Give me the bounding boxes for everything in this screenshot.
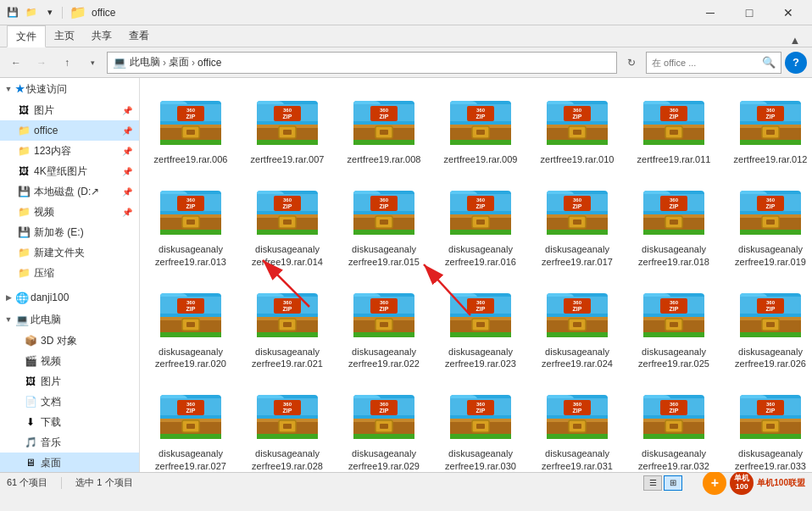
file-item[interactable]: 360ZIPdiskusageanaly zerfree19.rar.029	[336, 375, 431, 472]
file-item[interactable]: 360ZIPdiskusageanaly zerfree19.rar.027	[143, 375, 238, 472]
recent-locations-button[interactable]: ▾	[81, 52, 103, 74]
help-button[interactable]: ?	[785, 52, 807, 74]
file-item[interactable]: 360ZIPdiskusageanaly zerfree19.rar.026	[723, 274, 812, 375]
sidebar-item-pictures[interactable]: 🖼 图片 📌	[0, 100, 139, 120]
file-item[interactable]: 360ZIPdiskusageanaly zerfree19.rar.032	[626, 375, 721, 472]
file-item[interactable]: 360ZIPdiskusageanaly zerfree19.rar.020	[143, 274, 238, 375]
file-thumbnail: 360ZIP	[447, 380, 514, 447]
sidebar-item-compress[interactable]: 📁 压缩	[0, 263, 139, 283]
sidebar-item-downloads[interactable]: ⬇ 下载	[0, 412, 139, 432]
file-item[interactable]: 360ZIPdiskusageanaly zerfree19.rar.025	[626, 274, 721, 375]
file-item[interactable]: 360ZIPdiskusageanaly zerfree19.rar.021	[240, 274, 335, 375]
svg-text:360: 360	[573, 300, 582, 305]
file-item[interactable]: 360ZIPdiskusageanaly zerfree19.rar.015	[336, 171, 431, 272]
svg-text:360: 360	[283, 197, 292, 203]
quick-access-arrow: ▼	[3, 85, 14, 93]
tab-share[interactable]: 共享	[83, 25, 120, 47]
file-item[interactable]: 360ZIPdiskusageanaly zerfree19.rar.013	[143, 171, 238, 272]
file-item[interactable]: 360ZIPdiskusageanaly zerfree19.rar.014	[240, 171, 335, 272]
pin-icon-5: 📌	[122, 187, 132, 197]
back-button[interactable]: ←	[5, 52, 27, 74]
file-item[interactable]: 360ZIPdiskusageanaly zerfree19.rar.018	[626, 171, 721, 272]
ribbon-collapse-button[interactable]: ▲	[788, 33, 802, 47]
tab-view[interactable]: 查看	[120, 25, 158, 47]
file-thumbnail: 360ZIP	[350, 278, 418, 346]
svg-text:ZIP: ZIP	[186, 306, 196, 312]
sidebar-item-123-label: 123内容	[34, 144, 71, 158]
office-folder-icon: 📁	[17, 124, 31, 137]
sidebar-item-music[interactable]: 🎵 音乐	[0, 432, 139, 453]
sidebar-section-this-pc[interactable]: ▼ 💻 此电脑	[0, 308, 139, 330]
sidebar-section-quick-access[interactable]: ▼ ★ 快速访问	[0, 78, 139, 100]
sidebar-item-office[interactable]: 📁 office 📌	[0, 120, 139, 141]
refresh-button[interactable]: ↻	[620, 52, 642, 74]
sidebar-item-local-d[interactable]: 💾 本地磁盘 (D:↗ 📌	[0, 181, 139, 202]
file-item[interactable]: 360ZIPzertfree19.rar.006	[143, 81, 238, 169]
file-item[interactable]: 360ZIPdiskusageanaly zerfree19.rar.016	[433, 171, 528, 272]
close-button[interactable]: ✕	[769, 0, 808, 25]
file-name: zertfree19.rar.012	[734, 153, 808, 165]
file-item[interactable]: 360ZIPdiskusageanaly zerfree19.rar.033	[723, 375, 812, 472]
file-item[interactable]: 360ZIPdiskusageanaly zerfree19.rar.031	[530, 375, 625, 472]
file-name: diskusageanaly zerfree19.rar.031	[542, 447, 613, 472]
sidebar-item-new-folder[interactable]: 📁 新建文件夹	[0, 242, 139, 263]
sidebar-item-images[interactable]: 🖼 图片	[0, 371, 139, 392]
file-item[interactable]: 360ZIPdiskusageanaly zerfree19.rar.017	[530, 171, 625, 272]
file-item[interactable]: 360ZIPzertfree19.rar.007	[240, 81, 335, 169]
svg-text:ZIP: ZIP	[670, 203, 679, 209]
sidebar-section-danji100[interactable]: ▶ 🌐 danji100	[0, 286, 139, 308]
svg-text:360: 360	[670, 402, 679, 407]
tab-home[interactable]: 主页	[46, 25, 83, 47]
file-item[interactable]: 360ZIPdiskusageanaly zerfree19.rar.028	[240, 375, 335, 472]
svg-text:360: 360	[766, 108, 776, 113]
address-sep-1: ›	[163, 57, 166, 69]
sidebar-item-docs[interactable]: 📄 文档	[0, 392, 139, 412]
sidebar-item-4k[interactable]: 🖼 4K壁纸图片 📌	[0, 161, 139, 181]
file-item[interactable]: 360ZIPzertfree19.rar.009	[433, 81, 528, 169]
sidebar-item-123[interactable]: 📁 123内容 📌	[0, 141, 139, 161]
file-item[interactable]: 360ZIPdiskusageanaly zerfree19.rar.023	[433, 274, 528, 375]
svg-rect-156	[283, 322, 292, 327]
svg-rect-46	[573, 130, 581, 135]
sidebar-item-3d[interactable]: 📦 3D 对象	[0, 330, 139, 351]
address-bar[interactable]: 💻 此电脑 › 桌面 › office	[107, 52, 617, 74]
file-item[interactable]: 360ZIPzertfree19.rar.010	[530, 81, 625, 169]
file-thumbnail: 360ZIP	[543, 175, 611, 243]
tab-file[interactable]: 文件	[7, 25, 46, 47]
svg-text:ZIP: ZIP	[476, 408, 486, 414]
quick-access-dropdown[interactable]: ▾	[42, 5, 58, 20]
file-item[interactable]: 360ZIPdiskusageanaly zerfree19.rar.019	[723, 171, 812, 272]
sidebar-item-desktop[interactable]: 🖥 桌面	[0, 453, 139, 472]
file-item[interactable]: 360ZIPdiskusageanaly zerfree19.rar.024	[530, 274, 625, 375]
svg-text:360: 360	[186, 402, 196, 407]
svg-rect-206	[766, 322, 775, 327]
svg-rect-26	[380, 130, 388, 135]
file-item[interactable]: 360ZIPzertfree19.rar.008	[336, 81, 431, 169]
forward-button[interactable]: →	[31, 52, 53, 74]
svg-text:ZIP: ZIP	[186, 203, 196, 209]
maximize-button[interactable]: □	[730, 0, 769, 25]
svg-text:ZIP: ZIP	[283, 408, 292, 414]
grid-view-button[interactable]: ⊞	[664, 475, 682, 491]
save-state-button[interactable]: 💾	[4, 5, 21, 20]
file-item[interactable]: 360ZIPdiskusageanaly zerfree19.rar.022	[336, 274, 431, 375]
123-folder-icon: 📁	[17, 144, 31, 158]
file-name: diskusageanaly zerfree19.rar.033	[735, 447, 806, 472]
up-button[interactable]: ↑	[56, 52, 78, 74]
file-item[interactable]: 360ZIPdiskusageanaly zerfree19.rar.030	[433, 375, 528, 472]
file-thumbnail: 360ZIP	[543, 86, 611, 153]
3d-icon: 📦	[24, 334, 37, 347]
list-view-button[interactable]: ☰	[643, 475, 662, 491]
file-name: diskusageanaly zerfree19.rar.018	[638, 243, 709, 268]
file-item[interactable]: 360ZIPzertfree19.rar.012	[723, 81, 812, 169]
new-folder-quick-button[interactable]: 📁	[23, 5, 40, 20]
svg-text:ZIP: ZIP	[380, 408, 389, 414]
file-item[interactable]: 360ZIPzertfree19.rar.011	[626, 81, 721, 169]
search-input[interactable]	[652, 58, 759, 68]
minimize-button[interactable]: ─	[691, 0, 730, 25]
sidebar-item-video[interactable]: 📁 视频 📌	[0, 202, 139, 222]
status-separator	[61, 477, 62, 489]
svg-text:360: 360	[186, 197, 196, 203]
sidebar-item-videos[interactable]: 🎬 视频	[0, 351, 139, 371]
sidebar-item-new-volume[interactable]: 💾 新加卷 (E:)	[0, 222, 139, 242]
